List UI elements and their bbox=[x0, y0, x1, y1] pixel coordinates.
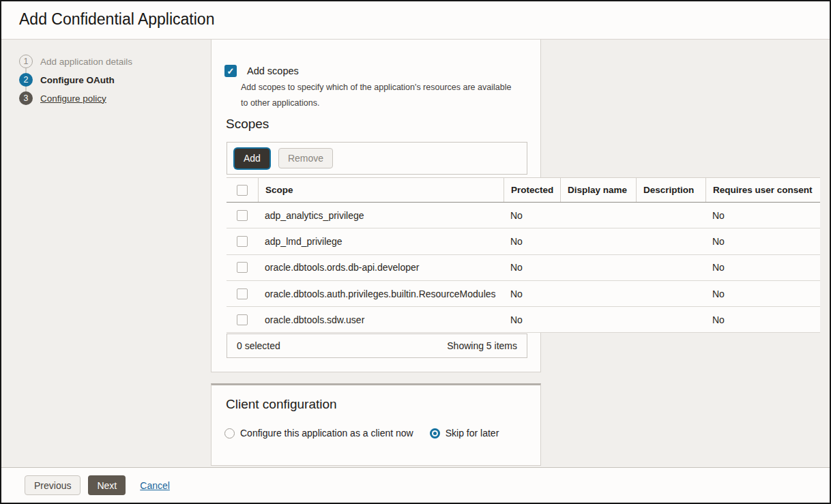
column-header-protected: Protected bbox=[504, 178, 560, 202]
wizard-step-configure-oauth: 2 Configure OAuth bbox=[19, 73, 132, 87]
scopes-table: Scope Protected Display name Description… bbox=[227, 177, 820, 333]
step-connector bbox=[25, 87, 27, 91]
row-checkbox-cell bbox=[227, 203, 258, 228]
add-scopes-label: Add scopes bbox=[247, 65, 299, 76]
protected-cell: No bbox=[504, 255, 560, 280]
radio-button-selected[interactable] bbox=[430, 428, 440, 439]
radio-option-skip-for-later[interactable]: Skip for later bbox=[430, 428, 499, 439]
step-number-badge: 1 bbox=[19, 55, 33, 68]
column-header-description: Description bbox=[636, 178, 705, 202]
scopes-heading: Scopes bbox=[226, 117, 269, 132]
column-header-requires-user-consent: Requires user consent bbox=[705, 178, 820, 202]
add-button[interactable]: Add bbox=[235, 149, 269, 168]
selected-count: 0 selected bbox=[237, 340, 280, 351]
display-name-cell bbox=[560, 255, 636, 280]
client-configuration-heading: Client configuration bbox=[226, 397, 337, 412]
add-confidential-application-window: Add Confidential Application 1 Add appli… bbox=[0, 0, 831, 504]
select-all-cell bbox=[227, 178, 258, 202]
table-status-bar: 0 selected Showing 5 items bbox=[227, 333, 527, 358]
protected-cell: No bbox=[504, 307, 560, 332]
table-row[interactable]: oracle.dbtools.ords.db-api.developer No … bbox=[227, 255, 820, 281]
radio-option-configure-client-now[interactable]: Configure this application as a client n… bbox=[224, 428, 413, 439]
scopes-table-header: Scope Protected Display name Description… bbox=[227, 177, 820, 203]
scopes-toolbar: Add Remove bbox=[227, 142, 527, 175]
scope-cell: oracle.dbtools.ords.db-api.developer bbox=[258, 255, 504, 280]
display-name-cell bbox=[560, 203, 636, 228]
client-configuration-panel: Client configuration Configure this appl… bbox=[211, 383, 541, 466]
table-row[interactable]: oracle.dbtools.auth.privileges.builtin.R… bbox=[227, 281, 820, 307]
wizard-step-add-application-details: 1 Add application details bbox=[19, 55, 132, 68]
row-checkbox-cell bbox=[227, 307, 258, 332]
wizard-action-bar: Previous Next Cancel bbox=[1, 467, 830, 503]
step-label: Add application details bbox=[40, 57, 132, 67]
remove-button[interactable]: Remove bbox=[278, 148, 333, 168]
scope-cell: adp_analytics_privilege bbox=[258, 203, 504, 228]
add-scopes-checkbox[interactable]: ✓ bbox=[224, 65, 237, 77]
row-checkbox-cell bbox=[227, 281, 258, 306]
radio-ring bbox=[432, 430, 438, 436]
row-checkbox[interactable] bbox=[237, 314, 248, 325]
row-checkbox[interactable] bbox=[237, 236, 248, 247]
wizard-step-configure-policy[interactable]: 3 Configure policy bbox=[19, 91, 132, 105]
step-number-badge: 3 bbox=[19, 91, 33, 105]
radio-dot-icon bbox=[433, 432, 437, 435]
scope-cell: oracle.dbtools.auth.privileges.builtin.R… bbox=[258, 281, 504, 306]
display-name-cell bbox=[560, 307, 636, 332]
display-name-cell bbox=[560, 281, 636, 306]
table-row[interactable]: adp_lmd_privilege No No bbox=[227, 228, 820, 254]
row-checkbox[interactable] bbox=[237, 288, 248, 299]
row-checkbox[interactable] bbox=[237, 262, 248, 273]
requires-user-consent-cell: No bbox=[705, 307, 820, 332]
step-link-configure-policy[interactable]: Configure policy bbox=[40, 93, 106, 104]
scope-cell: oracle.dbtools.sdw.user bbox=[258, 307, 504, 332]
previous-button[interactable]: Previous bbox=[25, 475, 81, 495]
description-cell bbox=[636, 307, 705, 332]
page-title: Add Confidential Application bbox=[19, 10, 214, 29]
table-row[interactable]: adp_analytics_privilege No No bbox=[227, 203, 820, 228]
table-row[interactable]: oracle.dbtools.sdw.user No No bbox=[227, 307, 820, 333]
wizard-steps: 1 Add application details 2 Configure OA… bbox=[19, 55, 132, 110]
scope-cell: adp_lmd_privilege bbox=[258, 228, 504, 254]
radio-label: Skip for later bbox=[446, 428, 499, 439]
step-label: Configure OAuth bbox=[40, 75, 115, 85]
row-checkbox-cell bbox=[227, 255, 258, 280]
showing-count: Showing 5 items bbox=[447, 340, 517, 351]
column-header-scope: Scope bbox=[258, 178, 504, 202]
radio-label: Configure this application as a client n… bbox=[240, 428, 413, 439]
row-checkbox-cell bbox=[227, 228, 258, 254]
description-cell bbox=[636, 281, 705, 306]
display-name-cell bbox=[560, 228, 636, 254]
requires-user-consent-cell: No bbox=[705, 255, 820, 280]
select-all-checkbox[interactable] bbox=[237, 185, 248, 196]
protected-cell: No bbox=[504, 228, 560, 254]
client-configuration-options: Configure this application as a client n… bbox=[224, 428, 499, 439]
cancel-link[interactable]: Cancel bbox=[140, 480, 170, 491]
radio-button-unselected[interactable] bbox=[224, 428, 235, 439]
row-checkbox[interactable] bbox=[237, 210, 248, 221]
description-cell bbox=[636, 228, 705, 254]
column-header-display-name: Display name bbox=[560, 178, 636, 202]
step-connector bbox=[25, 68, 27, 73]
protected-cell: No bbox=[504, 203, 560, 228]
description-cell bbox=[636, 203, 705, 228]
step-number-badge: 2 bbox=[19, 73, 33, 87]
checkmark-icon: ✓ bbox=[227, 66, 235, 76]
description-cell bbox=[636, 255, 705, 280]
add-scopes-checkbox-row[interactable]: ✓ Add scopes bbox=[224, 65, 299, 77]
protected-cell: No bbox=[504, 281, 560, 306]
requires-user-consent-cell: No bbox=[705, 203, 820, 228]
next-button[interactable]: Next bbox=[88, 475, 126, 495]
add-scopes-description: Add scopes to specify which of the appli… bbox=[241, 80, 516, 110]
content-area: 1 Add application details 2 Configure OA… bbox=[1, 40, 830, 468]
requires-user-consent-cell: No bbox=[705, 281, 820, 306]
requires-user-consent-cell: No bbox=[705, 228, 820, 254]
title-bar: Add Confidential Application bbox=[1, 1, 830, 40]
